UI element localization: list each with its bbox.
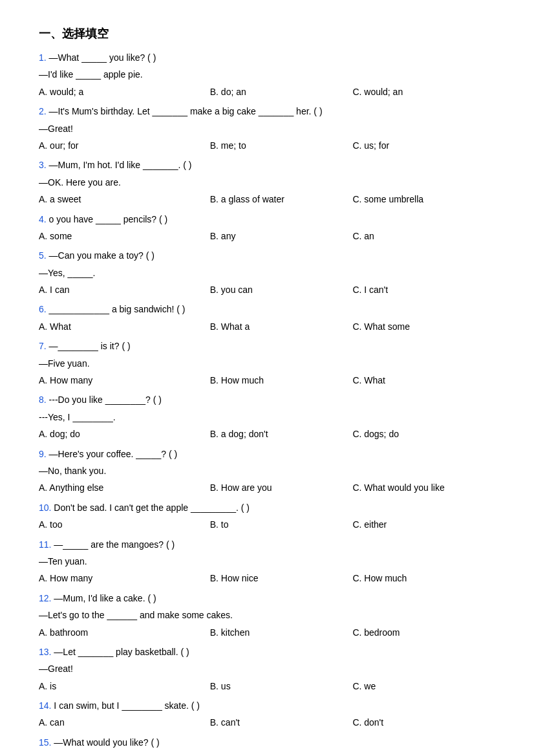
options-row: A. our; forB. me; toC. us; for <box>39 138 495 153</box>
question-block: 10. Don't be sad. I can't get the apple … <box>39 501 495 532</box>
option: C. some umbrella <box>352 192 495 206</box>
option: C. we <box>352 679 495 693</box>
question-block: 2. —It's Mum's birthday. Let _______ mak… <box>39 104 495 153</box>
section-title: 一、选择填空 <box>39 26 495 41</box>
answer-line: —Five yuan. <box>39 356 495 371</box>
question-block: 15. —What would you like? ( ) <box>39 735 495 750</box>
question-block: 13. —Let _______ play basketball. ( )—Gr… <box>39 645 495 693</box>
question-block: 11. —_____ are the mangoes? ( )—Ten yuan… <box>39 537 495 586</box>
option: B. can't <box>210 715 353 729</box>
question-number: 3. <box>39 160 49 170</box>
question-block: 4. o you have _____ pencils? ( )A. someB… <box>39 212 495 244</box>
options-row: A. would; aB. do; anC. would; an <box>39 85 495 99</box>
option: C. What some <box>352 319 495 334</box>
question-number: 9. <box>39 449 49 459</box>
question-line: 6. ____________ a big sandwich! ( ) <box>39 302 495 316</box>
question-line: 4. o you have _____ pencils? ( ) <box>39 212 495 226</box>
question-number: 5. <box>39 250 49 261</box>
answer-line: —Yes, _____. <box>39 266 495 280</box>
question-block: 7. —________ is it? ( )—Five yuan.A. How… <box>39 339 495 387</box>
question-number: 6. <box>39 304 49 314</box>
option: C. us; for <box>352 138 495 153</box>
option: A. can <box>39 715 210 729</box>
answer-line: —Great! <box>39 122 495 136</box>
options-row: A. canB. can'tC. don't <box>39 715 495 729</box>
option: B. a dog; don't <box>210 427 353 441</box>
options-row: A. How manyB. How muchC. What <box>39 373 495 387</box>
option: B. kitchen <box>210 625 353 640</box>
question-line: 1. —What _____ you like? ( ) <box>39 50 495 65</box>
question-line: 8. ---Do you like ________? ( ) <box>39 393 495 407</box>
option: C. either <box>352 517 495 532</box>
options-row: A. tooB. toC. either <box>39 517 495 532</box>
option: A. I can <box>39 283 210 297</box>
question-number: 14. <box>39 700 54 711</box>
option: B. us <box>210 679 353 693</box>
options-row: A. bathroomB. kitchenC. bedroom <box>39 625 495 640</box>
question-line: 10. Don't be sad. I can't get the apple … <box>39 501 495 515</box>
option: C. What <box>352 373 495 387</box>
option: C. I can't <box>352 283 495 297</box>
option: C. don't <box>352 715 495 729</box>
options-row: A. I canB. you canC. I can't <box>39 283 495 297</box>
question-line: 2. —It's Mum's birthday. Let _______ mak… <box>39 104 495 118</box>
answer-line: —I'd like _____ apple pie. <box>39 67 495 81</box>
question-block: 1. —What _____ you like? ( )—I'd like __… <box>39 50 495 99</box>
options-row: A. Anything elseB. How are youC. What wo… <box>39 481 495 495</box>
option: A. bathroom <box>39 625 210 640</box>
question-block: 9. —Here's your coffee. _____? ( )—No, t… <box>39 447 495 495</box>
question-number: 2. <box>39 106 49 116</box>
question-block: 6. ____________ a big sandwich! ( )A. Wh… <box>39 302 495 334</box>
option: B. you can <box>210 283 353 297</box>
option: B. a glass of water <box>210 192 353 206</box>
option: B. What a <box>210 319 353 334</box>
option: C. dogs; do <box>352 427 495 441</box>
question-number: 4. <box>39 214 49 224</box>
question-line: 12. —Mum, I'd like a cake. ( ) <box>39 591 495 605</box>
option: A. our; for <box>39 138 210 153</box>
option: B. How are you <box>210 481 353 495</box>
option: C. bedroom <box>352 625 495 640</box>
option: C. What would you like <box>352 481 495 495</box>
option: A. How many <box>39 571 210 585</box>
page-content: 一、选择填空 1. —What _____ you like? ( )—I'd … <box>39 26 495 750</box>
option: C. an <box>352 229 495 243</box>
answer-line: —OK. Here you are. <box>39 175 495 189</box>
option: A. What <box>39 319 210 334</box>
question-number: 11. <box>39 539 54 550</box>
option: A. Anything else <box>39 481 210 495</box>
question-line: 11. —_____ are the mangoes? ( ) <box>39 537 495 552</box>
question-block: 12. —Mum, I'd like a cake. ( )—Let's go … <box>39 591 495 640</box>
options-row: A. isB. usC. we <box>39 679 495 693</box>
question-number: 12. <box>39 593 54 603</box>
option: C. How much <box>352 571 495 585</box>
option: A. would; a <box>39 85 210 99</box>
question-block: 8. ---Do you like ________? ( )---Yes, I… <box>39 393 495 441</box>
answer-line: ---Yes, I ________. <box>39 410 495 424</box>
option: B. me; to <box>210 138 353 153</box>
options-row: A. WhatB. What aC. What some <box>39 319 495 334</box>
question-line: 5. —Can you make a toy? ( ) <box>39 248 495 263</box>
question-number: 8. <box>39 394 49 405</box>
question-line: 14. I can swim, but I ________ skate. ( … <box>39 698 495 713</box>
option: B. How nice <box>210 571 353 585</box>
question-number: 15. <box>39 737 54 748</box>
answer-line: —Let's go to the ______ and make some ca… <box>39 608 495 622</box>
option: A. is <box>39 679 210 693</box>
question-number: 1. <box>39 52 49 63</box>
option: B. to <box>210 517 353 532</box>
options-row: A. someB. anyC. an <box>39 229 495 243</box>
option: A. a sweet <box>39 192 210 206</box>
option: A. some <box>39 229 210 243</box>
question-block: 5. —Can you make a toy? ( )—Yes, _____.A… <box>39 248 495 297</box>
question-number: 10. <box>39 502 54 513</box>
question-number: 7. <box>39 341 49 351</box>
question-line: 9. —Here's your coffee. _____? ( ) <box>39 447 495 461</box>
option: C. would; an <box>352 85 495 99</box>
question-block: 3. —Mum, I'm hot. I'd like _______. ( )—… <box>39 158 495 206</box>
option: A. dog; do <box>39 427 210 441</box>
question-line: 3. —Mum, I'm hot. I'd like _______. ( ) <box>39 158 495 172</box>
question-number: 13. <box>39 647 54 657</box>
question-line: 15. —What would you like? ( ) <box>39 735 495 750</box>
options-row: A. a sweetB. a glass of waterC. some umb… <box>39 192 495 206</box>
